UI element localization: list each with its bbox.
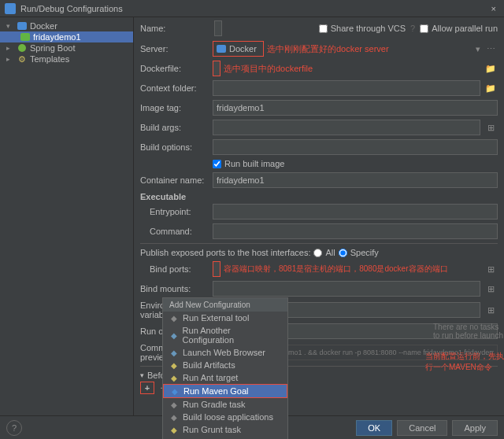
popup-item-label: Run Gradle task bbox=[183, 400, 245, 409]
ellipsis-icon[interactable]: ⋯ bbox=[484, 42, 498, 56]
server-dropdown[interactable]: Docker bbox=[213, 41, 264, 57]
radio-specify[interactable]: Specify bbox=[339, 248, 379, 257]
popup-item-label: Run External tool bbox=[183, 313, 249, 323]
docker-icon bbox=[17, 22, 27, 30]
dockerfile-icon bbox=[20, 33, 30, 41]
popup-item[interactable]: ◆Run External tool bbox=[163, 312, 287, 324]
tree-node-fridaydemo1[interactable]: fridaydemo1 bbox=[0, 31, 133, 42]
command-label: Command: bbox=[140, 227, 209, 236]
chevron-right-icon: ▸ bbox=[6, 44, 14, 52]
popup-item[interactable]: ◆Run Gradle task bbox=[163, 398, 287, 411]
config-type-icon: ◆ bbox=[169, 400, 179, 409]
tree-node-templates[interactable]: ▸ ⚙ Templates bbox=[0, 53, 133, 65]
popup-item-label: Launch Web Browser bbox=[183, 348, 265, 357]
popup-item[interactable]: ◆Run Ant target bbox=[163, 371, 287, 384]
popup-item-label: Build Artifacts bbox=[183, 360, 235, 370]
config-type-icon: ◆ bbox=[169, 348, 179, 357]
annotation-maven: 当前配置运行前，先执行一个MAVEN命令 bbox=[425, 351, 504, 373]
tree-node-springboot[interactable]: ▸ Spring Boot bbox=[0, 42, 133, 53]
chevron-down-icon: ▾ bbox=[140, 371, 144, 379]
add-button[interactable]: + bbox=[140, 382, 154, 394]
docker-icon bbox=[217, 45, 226, 53]
container-input[interactable] bbox=[213, 172, 498, 188]
popup-item-label: Build loose applications bbox=[183, 412, 273, 422]
config-tree: ▾ Docker fridaydemo1 ▸ Spring Boot ▸ ⚙ T… bbox=[0, 17, 134, 415]
bindmounts-input[interactable] bbox=[213, 281, 480, 297]
buildargs-label: Build args: bbox=[140, 123, 209, 132]
expand-icon[interactable]: ⊞ bbox=[484, 120, 498, 135]
tree-label: Templates bbox=[30, 54, 69, 64]
popup-header: Add New Configuration bbox=[163, 298, 287, 312]
annotation-bindports: 容器端口映射，8081是宿主机的端口，8080是docker容器的端口 bbox=[224, 264, 448, 275]
allow-parallel-checkbox[interactable]: Allow parallel run bbox=[420, 24, 498, 33]
ok-button[interactable]: OK bbox=[356, 420, 392, 436]
tree-node-docker[interactable]: ▾ Docker bbox=[0, 20, 133, 31]
share-vcs-checkbox[interactable]: Share through VCS bbox=[319, 24, 406, 33]
radio-all[interactable]: All bbox=[313, 248, 335, 257]
cancel-button[interactable]: Cancel bbox=[397, 420, 447, 436]
no-tasks-text: There are no tasks to run before launch bbox=[433, 323, 504, 340]
expand-icon[interactable]: ⊞ bbox=[484, 262, 498, 276]
apply-button[interactable]: Apply bbox=[452, 420, 498, 436]
help-button[interactable]: ? bbox=[6, 420, 22, 436]
chevron-right-icon: ▸ bbox=[6, 55, 14, 63]
imagetag-input[interactable] bbox=[213, 100, 498, 116]
config-type-icon: ◆ bbox=[169, 330, 179, 340]
executable-header: Executable bbox=[140, 192, 498, 201]
popup-item[interactable]: ◆Build loose applications bbox=[163, 411, 287, 423]
dockerfile-label: Dockerfile: bbox=[140, 64, 209, 73]
bindmounts-label: Bind mounts: bbox=[140, 284, 209, 293]
chevron-down-icon: ▾ bbox=[6, 22, 14, 30]
name-label: Name: bbox=[140, 24, 209, 33]
bindports-label: Bind ports: bbox=[140, 264, 209, 274]
popup-item[interactable]: ◆Launch Web Browser bbox=[163, 346, 287, 359]
publish-label: Publish exposed ports to the host interf… bbox=[140, 248, 310, 257]
config-type-icon: ◆ bbox=[170, 386, 180, 396]
help-icon[interactable]: ? bbox=[410, 24, 415, 33]
config-type-icon: ◆ bbox=[169, 373, 179, 382]
tree-label: Spring Boot bbox=[30, 43, 75, 53]
popup-item[interactable]: ◆Run Grunt task bbox=[163, 423, 287, 436]
annotation-dockerfile: 选中项目中的dockerfile bbox=[224, 63, 313, 75]
add-config-popup: Add New Configuration ◆Run External tool… bbox=[162, 297, 288, 439]
buildargs-input[interactable] bbox=[213, 120, 480, 135]
container-label: Container name: bbox=[140, 175, 209, 185]
popup-item[interactable]: ◆Run gulp task bbox=[163, 436, 287, 439]
command-input[interactable] bbox=[213, 223, 498, 239]
popup-item-label: Run Ant target bbox=[183, 373, 238, 382]
config-name-input[interactable] bbox=[214, 20, 222, 36]
popup-item-label: Run Maven Goal bbox=[183, 386, 249, 396]
folder-icon[interactable]: 📁 bbox=[484, 81, 498, 95]
templates-icon: ⚙ bbox=[17, 54, 27, 64]
config-type-icon: ◆ bbox=[169, 425, 179, 434]
buildopts-input[interactable] bbox=[213, 139, 498, 155]
context-input[interactable] bbox=[213, 80, 480, 96]
expand-icon[interactable]: ⊞ bbox=[484, 282, 498, 296]
expand-icon[interactable]: ⊞ bbox=[484, 303, 498, 317]
server-label: Server: bbox=[140, 44, 209, 53]
context-label: Context folder: bbox=[140, 83, 209, 93]
titlebar: Run/Debug Configurations × bbox=[0, 0, 504, 17]
dialog-title: Run/Debug Configurations bbox=[20, 4, 123, 13]
config-type-icon: ◆ bbox=[169, 360, 179, 370]
tree-label: Docker bbox=[30, 21, 57, 31]
popup-item-label: Run Grunt task bbox=[183, 425, 241, 434]
close-icon[interactable]: × bbox=[488, 4, 499, 13]
dockerfile-input[interactable] bbox=[213, 61, 220, 76]
buildopts-label: Build options: bbox=[140, 142, 209, 152]
app-icon bbox=[5, 3, 16, 14]
folder-icon[interactable]: 📁 bbox=[484, 61, 498, 76]
imagetag-label: Image tag: bbox=[140, 103, 209, 113]
config-type-icon: ◆ bbox=[169, 412, 179, 422]
runbuilt-checkbox[interactable]: Run built image bbox=[213, 159, 284, 168]
annotation-server: 选中刚刚配置好的docker server bbox=[267, 43, 389, 55]
popup-item[interactable]: ◆Run Maven Goal bbox=[163, 384, 287, 398]
config-type-icon: ◆ bbox=[169, 313, 179, 323]
popup-item-label: Run Another Configuration bbox=[183, 326, 281, 345]
spring-icon bbox=[18, 44, 26, 52]
tree-label: fridaydemo1 bbox=[33, 32, 81, 42]
entrypoint-input[interactable] bbox=[213, 204, 498, 220]
popup-item[interactable]: ◆Run Another Configuration bbox=[163, 324, 287, 346]
popup-item[interactable]: ◆Build Artifacts bbox=[163, 359, 287, 371]
bindports-input[interactable] bbox=[213, 261, 220, 277]
